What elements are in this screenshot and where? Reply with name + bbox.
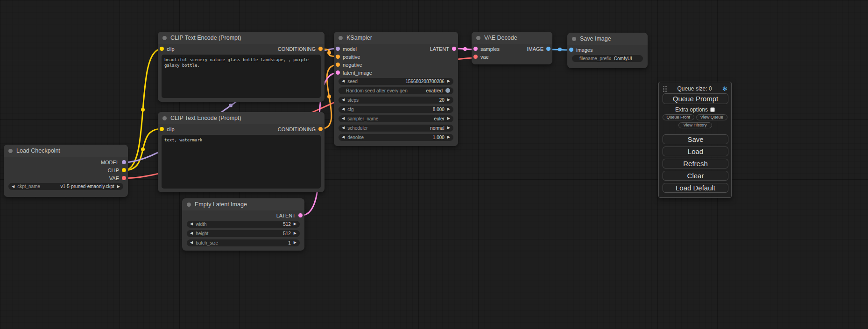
clear-button[interactable]: Clear	[663, 171, 728, 181]
widget-label: height	[196, 231, 208, 236]
arrow-left-icon[interactable]: ◀	[190, 222, 193, 226]
collapse-dot-icon[interactable]	[162, 36, 167, 40]
arrow-right-icon[interactable]: ▶	[294, 231, 296, 235]
arrow-left-icon[interactable]: ◀	[342, 98, 345, 102]
node-ksampler[interactable]: KSampler model LATENT positive	[334, 32, 458, 146]
load-default-button[interactable]: Load Default	[663, 183, 728, 193]
node-title-bar[interactable]: VAE Decode	[472, 32, 552, 44]
widget-width[interactable]: ◀ width 512 ▶	[187, 221, 300, 228]
widget-label: steps	[347, 98, 359, 103]
output-dot-conditioning[interactable]	[318, 47, 323, 51]
node-empty-latent-image[interactable]: Empty Latent Image LATENT ◀ width 512 ▶ …	[182, 198, 304, 251]
arrow-right-icon[interactable]: ▶	[447, 126, 450, 130]
widget-seed[interactable]: ◀ seed 156680208700286 ▶	[339, 78, 453, 85]
input-dot-clip[interactable]	[160, 47, 164, 51]
input-dot-positive[interactable]	[336, 55, 340, 59]
arrow-left-icon[interactable]: ◀	[190, 231, 193, 235]
output-dot-latent[interactable]	[298, 213, 303, 217]
refresh-button[interactable]: Refresh	[663, 159, 728, 168]
widget-denoise[interactable]: ◀ denoise 1.000 ▶	[339, 134, 453, 141]
input-dot-vae[interactable]	[473, 55, 478, 59]
input-dot-images[interactable]	[569, 48, 573, 52]
widget-label: batch_size	[196, 240, 218, 245]
arrow-right-icon[interactable]: ▶	[447, 79, 450, 83]
output-dot-latent[interactable]	[452, 47, 456, 51]
slot-label: LATENT	[430, 46, 449, 52]
negative-prompt-textarea[interactable]: text, watermark	[162, 135, 321, 189]
output-dot-vae[interactable]	[122, 176, 126, 180]
arrow-right-icon[interactable]: ▶	[447, 117, 450, 120]
widget-scheduler[interactable]: ◀ scheduler normal ▶	[339, 125, 453, 132]
arrow-right-icon[interactable]: ▶	[447, 98, 450, 102]
view-queue-button[interactable]: View Queue	[696, 114, 728, 120]
arrow-left-icon[interactable]: ◀	[342, 135, 345, 139]
node-vae-decode[interactable]: VAE Decode samples IMAGE vae	[472, 32, 552, 64]
arrow-right-icon[interactable]: ▶	[294, 241, 296, 245]
view-history-button[interactable]: View History	[678, 122, 712, 128]
node-title-bar[interactable]: KSampler	[334, 32, 458, 44]
arrow-right-icon[interactable]: ▶	[294, 222, 296, 226]
extra-options-checkbox[interactable]	[710, 107, 715, 112]
arrow-left-icon[interactable]: ◀	[342, 79, 345, 83]
arrow-left-icon[interactable]: ◀	[342, 126, 345, 130]
wire-midpoint-dot	[558, 48, 562, 51]
queue-buttons-row: Queue Front View Queue	[663, 114, 727, 120]
slot-label: CONDITIONING	[278, 46, 316, 52]
output-dot-conditioning[interactable]	[318, 127, 323, 131]
input-dot-negative[interactable]	[336, 63, 340, 67]
node-title-bar[interactable]: Save Image	[567, 33, 648, 45]
input-dot-samples[interactable]	[473, 47, 478, 51]
node-save-image[interactable]: Save Image images filename_prefix ComfyU…	[567, 33, 648, 68]
widget-random-seed-toggle[interactable]: Random seed after every gen enabled	[339, 87, 453, 94]
collapse-dot-icon[interactable]	[187, 203, 191, 207]
queue-prompt-button[interactable]: Queue Prompt	[663, 93, 728, 104]
collapse-dot-icon[interactable]	[162, 116, 167, 120]
node-title: CLIP Text Encode (Prompt)	[170, 35, 241, 41]
arrow-right-icon[interactable]: ▶	[447, 107, 450, 111]
node-load-checkpoint[interactable]: Load Checkpoint MODEL CLIP VAE	[4, 145, 128, 197]
output-dot-image[interactable]	[546, 47, 550, 51]
node-clip-text-encode-positive[interactable]: CLIP Text Encode (Prompt) clip CONDITION…	[158, 32, 325, 102]
input-dot-clip[interactable]	[160, 127, 164, 131]
collapse-dot-icon[interactable]	[572, 37, 576, 41]
widget-batch-size[interactable]: ◀ batch_size 1 ▶	[187, 239, 300, 246]
collapse-dot-icon[interactable]	[8, 149, 13, 153]
save-button[interactable]: Save	[663, 134, 728, 144]
arrow-left-icon[interactable]: ◀	[342, 117, 345, 120]
widget-ckpt-name[interactable]: ◀ ckpt_name v1-5-pruned-emaonly.ckpt ▶	[8, 183, 123, 190]
widget-sampler-name[interactable]: ◀ sampler_name euler ▶	[339, 115, 453, 122]
node-title-bar[interactable]: Empty Latent Image	[182, 198, 304, 210]
input-dot-latent-image[interactable]	[336, 70, 340, 75]
arrow-left-icon[interactable]: ◀	[190, 241, 193, 245]
load-button[interactable]: Load	[663, 147, 728, 156]
arrow-right-icon[interactable]: ▶	[117, 185, 120, 189]
node-title: KSampler	[346, 35, 372, 41]
output-dot-clip[interactable]	[122, 168, 126, 172]
collapse-dot-icon[interactable]	[476, 36, 480, 40]
input-slot-negative: negative	[334, 61, 458, 69]
node-body: clip CONDITIONING text, watermark	[158, 124, 325, 192]
arrow-left-icon[interactable]: ◀	[12, 185, 14, 189]
node-title-bar[interactable]: CLIP Text Encode (Prompt)	[158, 32, 325, 44]
extra-options-label: Extra options	[675, 106, 708, 113]
input-dot-model[interactable]	[336, 47, 340, 51]
toggle-enabled-icon[interactable]	[445, 88, 450, 93]
drag-handle-icon[interactable]	[663, 85, 667, 92]
queue-front-button[interactable]: Queue Front	[663, 114, 694, 120]
node-title-bar[interactable]: Load Checkpoint	[4, 145, 128, 157]
arrow-right-icon[interactable]: ▶	[447, 135, 450, 139]
widget-height[interactable]: ◀ height 512 ▶	[187, 230, 300, 237]
node-clip-text-encode-negative[interactable]: CLIP Text Encode (Prompt) clip CONDITION…	[158, 112, 325, 192]
widget-steps[interactable]: ◀ steps 20 ▶	[339, 97, 453, 104]
output-dot-model[interactable]	[122, 160, 126, 164]
widget-value: 20	[439, 98, 445, 103]
arrow-left-icon[interactable]: ◀	[342, 107, 345, 111]
widget-filename-prefix[interactable]: filename_prefix ComfyUI	[572, 55, 643, 62]
node-title-bar[interactable]: CLIP Text Encode (Prompt)	[158, 112, 325, 124]
widget-label: width	[196, 222, 206, 227]
workflow-buttons-group: Save Load Refresh Clear Load Default	[659, 134, 731, 193]
positive-prompt-textarea[interactable]: beautiful scenery nature glass bottle la…	[162, 55, 321, 98]
settings-gear-icon[interactable]: ✻	[722, 86, 727, 92]
collapse-dot-icon[interactable]	[339, 36, 343, 40]
widget-cfg[interactable]: ◀ cfg 8.000 ▶	[339, 106, 453, 113]
